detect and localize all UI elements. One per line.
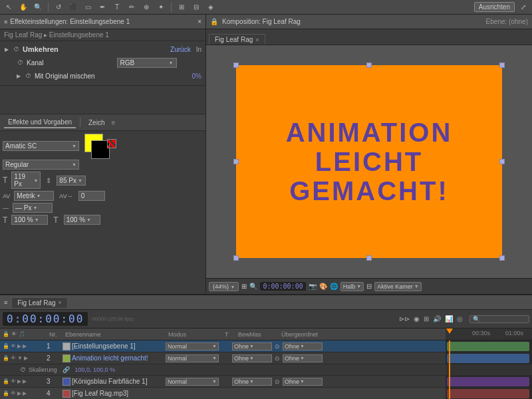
rotate-tool-icon[interactable]: ↺ [53, 1, 65, 13]
stopwatch-sub-icon[interactable]: ⏱ [20, 366, 26, 373]
leading-input[interactable]: — Px ▼ [13, 203, 53, 213]
time-display[interactable]: 0:00:00:00 [3, 312, 88, 326]
zeich-menu-icon[interactable]: ≡ [111, 119, 115, 126]
rec-icon[interactable]: ⊞ [424, 315, 429, 323]
hscale-input[interactable]: 100 % ▼ [11, 215, 48, 225]
layer2-uebergeordnet-dropdown[interactable]: Ohne ▼ [283, 354, 323, 362]
panel-menu-icon[interactable]: ≡ [4, 19, 7, 25]
layer2-vis-icon[interactable]: 👁 [11, 355, 16, 361]
misc-icon3[interactable]: ◈ [205, 1, 217, 13]
layer4-expand2-icon[interactable]: ▶ [23, 390, 27, 396]
col-icons-header: 🔒 👁 🎵 [3, 331, 49, 337]
layer3-uebergeordnet-dropdown[interactable]: Ohne ▼ [283, 378, 323, 386]
layer3-vis-icon[interactable]: 👁 [11, 378, 16, 384]
layer-row-2[interactable]: 🔒 👁 ▼ ▶ 2 Animation leicht gemacht! Norm… [0, 352, 446, 364]
active-camera-dropdown[interactable]: Aktive Kamer ▼ [374, 282, 421, 291]
handle-tc[interactable] [366, 63, 372, 68]
kanal-stopwatch-icon[interactable]: ⏱ [16, 59, 24, 66]
font-style-dropdown[interactable]: Regular ▼ [3, 160, 79, 170]
layer1-bewmas-dropdown[interactable]: Ohne ▼ [232, 342, 272, 350]
kanal-dropdown[interactable]: RGB ▼ [117, 58, 177, 68]
layer2-expand-icon[interactable]: ▼ [17, 355, 23, 361]
color-swatches[interactable] [84, 134, 111, 158]
comp-timecode[interactable]: 0:00:00:00 [260, 282, 305, 291]
handle-ml[interactable] [233, 159, 239, 164]
layer1-expand-icon[interactable]: ▶ [17, 343, 21, 349]
layer1-vis-icon[interactable]: 👁 [11, 343, 16, 349]
layer4-expand-icon[interactable]: ▶ [17, 390, 21, 396]
misc-icon1[interactable]: ⊞ [176, 1, 188, 13]
font-family-dropdown[interactable]: Amatic SC ▼ [3, 141, 79, 151]
vscale-input[interactable]: 100 % ▼ [64, 215, 100, 225]
brush-tool-icon[interactable]: ✏ [126, 1, 138, 13]
handle-br[interactable] [499, 255, 505, 261]
layer1-expand2-icon[interactable]: ▶ [23, 343, 27, 349]
handle-bc[interactable] [366, 255, 372, 261]
zoom-dropdown[interactable]: (44%) ▼ [209, 282, 239, 291]
effect-umkehren-row[interactable]: ▶ ⏱ Umkehren Zurück In [0, 43, 205, 56]
handle-mr[interactable] [499, 159, 505, 164]
handle-tr[interactable] [499, 63, 505, 68]
mit-original-arrow-icon[interactable]: ▶ [16, 73, 21, 78]
layer2-expand2-icon[interactable]: ▶ [24, 355, 28, 361]
move-icon[interactable]: ⊳⊳ [399, 315, 410, 323]
line-height-input[interactable]: 85 Px ▼ [57, 176, 86, 186]
tracking-input[interactable]: Metrik ▼ [14, 191, 54, 201]
hscale-value: 100 % [14, 216, 33, 223]
layer-row-3[interactable]: 🔒 👁 ▶ ▶ 3 [Königsblau Farbfläche 1] Norm… [0, 376, 446, 388]
arrow-tool-icon[interactable]: ↖ [3, 1, 15, 13]
pen-tool-icon[interactable]: ✒ [96, 1, 108, 13]
layer2-lock-icon[interactable]: 🔒 [3, 355, 9, 361]
rect-tool-icon[interactable]: ▭ [82, 1, 94, 13]
panel-close-icon[interactable]: × [198, 18, 201, 25]
layer-tool-icon[interactable]: ⬛ [67, 1, 79, 13]
col-modus-label: Modus [168, 331, 186, 338]
layer3-bewmas-dropdown[interactable]: Ohne ▼ [232, 378, 272, 386]
grid2-icon[interactable]: ⊟ [366, 283, 372, 290]
layer-row-4[interactable]: 🔒 👁 ▶ ▶ 4 [Fig Leaf Rag.mp3] [0, 388, 446, 399]
kerning-input[interactable]: 0 [78, 191, 105, 201]
layer4-lock-icon[interactable]: 🔒 [3, 390, 9, 396]
clone-tool-icon[interactable]: ⊕ [140, 1, 152, 13]
zeich-tab[interactable]: Zeich [84, 118, 108, 128]
hand-tool-icon[interactable]: ✋ [17, 1, 29, 13]
layer3-modus-dropdown[interactable]: Normal ▼ [166, 378, 219, 386]
timeline-tab-close-icon[interactable]: × [59, 299, 62, 306]
layer3-expand2-icon[interactable]: ▶ [23, 378, 27, 384]
quality-dropdown[interactable]: Halb ▼ [340, 282, 364, 291]
layer3-expand-icon[interactable]: ▶ [17, 378, 21, 384]
comp-tab-close-icon[interactable]: × [255, 37, 259, 43]
layer2-uebergeordnet-value: Ohne [285, 355, 299, 362]
expand-icon[interactable]: ⤢ [517, 1, 529, 13]
misc-icon2[interactable]: ⊟ [190, 1, 202, 13]
layer1-lock-icon[interactable]: 🔒 [3, 343, 9, 349]
stopwatch-icon[interactable]: ⏱ [12, 45, 20, 53]
layer2-bewmas-dropdown[interactable]: Ohne ▼ [232, 354, 272, 362]
grid-icon[interactable]: ⊞ [241, 283, 247, 290]
layer1-uebergeordnet-dropdown[interactable]: Ohne ▼ [283, 342, 323, 350]
ausrichten-button[interactable]: Ausrichten [474, 2, 515, 12]
fx-presets-tab[interactable]: Effekte und Vorgaben [4, 117, 76, 128]
handle-bl[interactable] [233, 255, 239, 261]
layer-row-1[interactable]: 🔒 👁 ▶ ▶ 1 [Einstellungsebene 1] Normal ▼ [0, 340, 446, 352]
mit-original-stopwatch-icon[interactable]: ⏱ [24, 72, 32, 80]
comp-tab-figleafrag[interactable]: Fig Leaf Rag × [209, 34, 265, 45]
solo-icon[interactable]: ◎ [457, 315, 463, 323]
layer1-modus-dropdown[interactable]: Normal ▼ [166, 342, 219, 350]
play-icon[interactable]: ◉ [414, 315, 420, 323]
chart-icon[interactable]: 📊 [445, 315, 453, 323]
expand-arrow-icon[interactable]: ▶ [4, 47, 9, 52]
layer4-vis-icon[interactable]: 👁 [11, 390, 16, 396]
zoom-tool-icon[interactable]: 🔍 [32, 1, 44, 13]
font-size-input[interactable]: 119 Px ▼ [11, 172, 41, 189]
handle-tl[interactable] [233, 63, 239, 68]
layer3-lock-icon[interactable]: 🔒 [3, 378, 9, 384]
magnify-icon[interactable]: 🔍 [249, 283, 257, 290]
puppet-tool-icon[interactable]: ✦ [155, 1, 167, 13]
audio-icon[interactable]: 🔊 [433, 315, 441, 323]
timeline-tab[interactable]: Fig Leaf Rag × [11, 297, 68, 308]
layer2-uebergeordnet-caret: ▼ [300, 356, 305, 360]
search-box[interactable]: 🔍 [469, 315, 529, 323]
layer2-modus-dropdown[interactable]: Normal ▼ [166, 354, 219, 362]
type-tool-icon[interactable]: T [111, 1, 123, 13]
